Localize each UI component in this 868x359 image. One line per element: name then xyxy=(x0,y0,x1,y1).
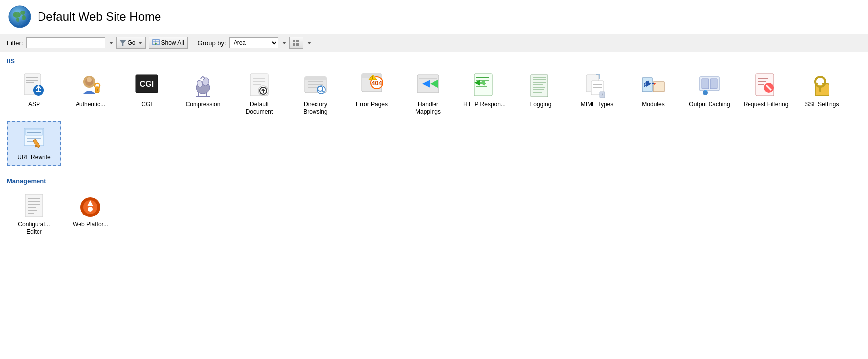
icon-item-configuration-editor[interactable]: Configurat... Editor xyxy=(7,189,61,240)
icon-web-platform xyxy=(78,193,103,219)
group-by-select[interactable]: Area None xyxy=(229,37,278,48)
svg-text:♪: ♪ xyxy=(601,92,603,97)
icon-label-ssl-settings: SSL Settings xyxy=(805,101,839,108)
icon-item-error-pages[interactable]: 404 ! Error Pages xyxy=(345,69,399,119)
toolbar-separator xyxy=(193,37,193,49)
icon-authentication xyxy=(78,73,103,99)
icon-item-modules[interactable]: Modules xyxy=(626,69,680,119)
section-title-management: Management xyxy=(7,178,46,185)
icon-label-handler-mappings: Handler Mappings xyxy=(404,101,452,116)
svg-point-0 xyxy=(9,6,31,28)
svg-rect-12 xyxy=(293,40,295,42)
icon-compression xyxy=(190,73,216,99)
section-iis: IIS ASP Authentic... CGI CGI xyxy=(0,57,868,173)
icon-label-http-response: HTTP Respon... xyxy=(463,101,506,108)
icon-grid-iis: ASP Authentic... CGI CGI Compression xyxy=(7,69,861,166)
section-header-iis: IIS xyxy=(7,57,861,65)
icon-item-output-caching[interactable]: Output Caching xyxy=(682,69,737,119)
section-title-iis: IIS xyxy=(7,57,15,65)
filter-dropdown-arrow[interactable] xyxy=(109,42,113,44)
section-management: Management Configurat... Editor Web Plat… xyxy=(0,178,868,247)
view-icons-button[interactable] xyxy=(289,37,303,49)
icon-item-ssl-settings[interactable]: SSL Settings xyxy=(795,69,849,119)
svg-rect-76 xyxy=(533,92,542,93)
icon-configuration-editor xyxy=(21,193,47,219)
svg-rect-75 xyxy=(533,89,544,90)
filter-input[interactable] xyxy=(26,37,105,48)
icon-label-authentication: Authentic... xyxy=(76,101,105,108)
section-line-management xyxy=(50,181,861,181)
icon-modules xyxy=(640,73,666,99)
icon-label-mime-types: MIME Types xyxy=(581,101,613,108)
icon-error-pages: 404 ! xyxy=(359,73,385,99)
icon-request-filtering xyxy=(753,73,779,99)
show-all-button[interactable]: Show All xyxy=(149,37,188,49)
svg-rect-74 xyxy=(533,87,545,88)
icon-item-web-platform[interactable]: Web Platfor... xyxy=(63,189,118,240)
icon-item-directory-browsing[interactable]: Directory Browsing xyxy=(288,69,343,119)
svg-rect-73 xyxy=(533,84,543,85)
icon-item-url-rewrite[interactable]: URL Rewrite xyxy=(7,121,61,166)
svg-rect-28 xyxy=(97,89,98,91)
svg-rect-70 xyxy=(533,77,546,78)
icon-item-compression[interactable]: Compression xyxy=(176,69,230,119)
icon-label-modules: Modules xyxy=(642,101,664,108)
icon-logging xyxy=(528,73,553,99)
icon-item-http-response[interactable]: HTTP Respon... xyxy=(457,69,512,119)
funnel-icon xyxy=(119,39,126,46)
icon-label-error-pages: Error Pages xyxy=(356,101,388,108)
svg-point-3 xyxy=(22,15,26,20)
icon-item-asp[interactable]: ASP xyxy=(7,69,61,119)
go-button[interactable]: Go xyxy=(116,37,146,49)
svg-marker-7 xyxy=(120,40,126,46)
svg-rect-111 xyxy=(25,194,43,217)
icon-label-default-document: Default Document xyxy=(236,101,283,116)
icon-item-handler-mappings[interactable]: Handler Mappings xyxy=(401,69,455,119)
svg-rect-90 xyxy=(702,79,709,89)
icon-label-url-rewrite: URL Rewrite xyxy=(17,154,51,162)
app-globe-icon xyxy=(8,5,32,29)
group-by-label: Group by: xyxy=(198,39,226,47)
icon-item-authentication[interactable]: Authentic... xyxy=(63,69,118,119)
svg-text:404: 404 xyxy=(371,79,382,87)
toolbar: Filter: Go Show All Group by: Area None xyxy=(0,34,868,52)
icons-view-icon xyxy=(292,39,300,46)
show-all-icon xyxy=(152,39,160,46)
icon-label-configuration-editor: Configurat... Editor xyxy=(10,221,58,236)
icon-label-web-platform: Web Platfor... xyxy=(73,221,108,229)
icon-label-compression: Compression xyxy=(186,101,221,108)
svg-rect-69 xyxy=(531,75,548,97)
icon-label-asp: ASP xyxy=(28,101,40,108)
svg-rect-45 xyxy=(305,77,326,80)
section-line-iis xyxy=(19,61,861,61)
main-content: IIS ASP Authentic... CGI CGI xyxy=(0,57,868,247)
icon-url-rewrite xyxy=(21,126,47,152)
group-by-arrow xyxy=(282,42,286,44)
svg-rect-91 xyxy=(710,79,717,89)
filter-label: Filter: xyxy=(7,39,23,47)
icon-item-logging[interactable]: Logging xyxy=(513,69,568,119)
svg-text:CGI: CGI xyxy=(140,80,154,88)
svg-rect-13 xyxy=(296,40,299,42)
section-header-management: Management xyxy=(7,178,861,185)
page-title: Default Web Site Home xyxy=(38,10,161,24)
svg-rect-103 xyxy=(818,81,822,85)
icon-output-caching xyxy=(697,73,722,99)
icon-label-logging: Logging xyxy=(530,101,552,108)
icon-directory-browsing xyxy=(303,73,328,99)
icon-item-cgi[interactable]: CGI CGI xyxy=(119,69,174,119)
icon-label-output-caching: Output Caching xyxy=(689,101,730,108)
icon-label-request-filtering: Request Filtering xyxy=(744,101,789,108)
svg-rect-14 xyxy=(293,43,295,46)
svg-text:!: ! xyxy=(372,75,374,80)
go-dropdown-arrow xyxy=(138,42,142,44)
view-dropdown-arrow[interactable] xyxy=(307,42,311,44)
icon-item-default-document[interactable]: Default Document xyxy=(232,69,286,119)
icon-item-request-filtering[interactable]: Request Filtering xyxy=(739,69,793,119)
icon-item-mime-types[interactable]: ♪ MIME Types xyxy=(570,69,624,119)
icon-asp xyxy=(21,73,47,99)
icon-label-directory-browsing: Directory Browsing xyxy=(292,101,339,116)
svg-point-25 xyxy=(87,77,92,82)
icon-cgi: CGI xyxy=(134,73,159,99)
icon-mime-types: ♪ xyxy=(584,73,610,99)
